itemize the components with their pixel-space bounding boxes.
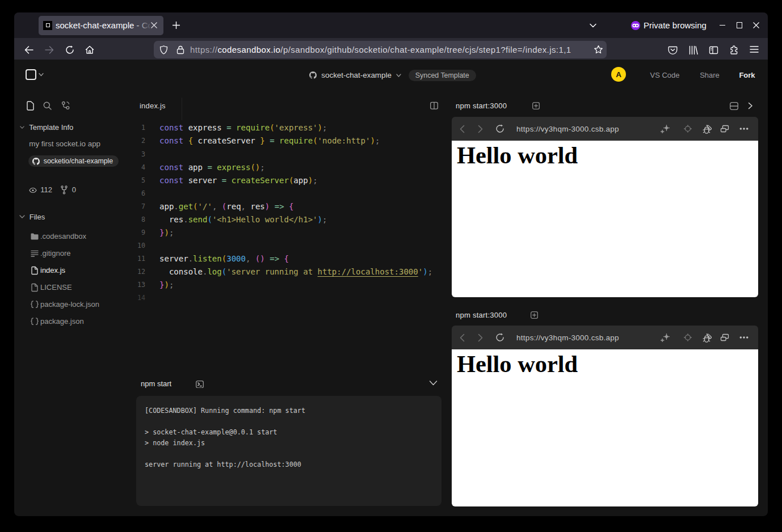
terminal-collapse-chevron-icon[interactable] <box>429 380 438 386</box>
terminal-title[interactable]: npm start <box>141 377 171 391</box>
editor-code[interactable]: const express = require('express'); cons… <box>159 121 432 292</box>
sidebar-files-tab-icon[interactable] <box>27 101 34 111</box>
share-button[interactable]: Share <box>698 60 721 91</box>
terminal-icon <box>196 381 204 389</box>
fork-button[interactable]: Fork <box>739 60 755 91</box>
file-name: .codesandbox <box>40 228 86 245</box>
preview-forward-icon[interactable] <box>478 125 483 133</box>
preview1-browser-bar: https://vy3hqm-3000.csb.app <box>452 117 758 141</box>
preview1-webview[interactable]: Hello world <box>452 141 758 297</box>
preview-back-icon[interactable] <box>460 333 465 342</box>
terminal-output: [CODESANDBOX] Running command: npm start… <box>145 406 305 471</box>
file-item-package-json[interactable]: package.json <box>14 313 135 330</box>
preview-debug-icon[interactable] <box>701 124 712 134</box>
file-name: LICENSE <box>40 279 72 296</box>
avatar[interactable]: A <box>611 67 626 82</box>
synced-template-badge[interactable]: Synced Template <box>409 70 476 81</box>
preview-target-icon[interactable] <box>683 124 692 133</box>
preview1-hello-heading: Hello world <box>457 143 578 167</box>
preview-popout-icon[interactable] <box>720 333 729 342</box>
preview2-webview[interactable]: Hello world <box>452 349 758 506</box>
file-name: package.json <box>40 313 84 330</box>
template-info-header[interactable]: Template Info <box>29 123 73 132</box>
preview-back-icon[interactable] <box>460 125 465 133</box>
editor-tab-divider <box>182 98 182 120</box>
views-count: 112 <box>40 185 52 195</box>
sidebar-devtools-tab-icon[interactable] <box>61 101 70 110</box>
preview2-hello-heading: Hello world <box>457 352 578 376</box>
preview2-title[interactable]: npm start:3000 <box>456 309 507 322</box>
forks-count: 0 <box>72 185 76 195</box>
vscode-button[interactable]: VS Code <box>649 60 681 91</box>
terminal-panel[interactable]: [CODESANDBOX] Running command: npm start… <box>136 396 442 506</box>
sidebar-search-tab-icon[interactable] <box>43 102 52 110</box>
project-chevron-icon[interactable] <box>396 74 401 77</box>
preview1-split-icon[interactable] <box>730 102 738 110</box>
files-chevron-icon[interactable] <box>19 214 25 219</box>
preview1-chevron-right-icon[interactable] <box>747 102 754 109</box>
preview-forward-icon[interactable] <box>478 333 483 342</box>
forks-icon <box>61 185 68 195</box>
editor-tab-index-js[interactable]: index.js <box>140 99 166 113</box>
preview-sparkles-icon[interactable] <box>661 124 670 133</box>
repo-pill[interactable]: socketio/chat-example <box>28 155 119 167</box>
preview2-browser-bar: https://vy3hqm-3000.csb.app <box>452 326 758 349</box>
file-name: .gitignore <box>40 245 70 262</box>
views-eye-icon <box>29 187 37 194</box>
preview-popout-icon[interactable] <box>720 124 729 133</box>
split-editor-icon[interactable] <box>430 102 438 110</box>
preview2-url[interactable]: https://vy3hqm-3000.csb.app <box>516 326 619 349</box>
preview2-add-icon[interactable] <box>531 311 538 319</box>
preview-reload-icon[interactable] <box>495 333 504 342</box>
preview1-title[interactable]: npm start:3000 <box>456 99 507 113</box>
file-name: index.js <box>40 262 65 279</box>
template-info-chevron-icon[interactable] <box>20 125 24 129</box>
repo-name: socketio/chat-example <box>44 157 113 165</box>
preview-debug-icon[interactable] <box>701 332 712 343</box>
preview-target-icon[interactable] <box>683 333 692 342</box>
files-header[interactable]: Files <box>30 213 45 222</box>
codesandbox-app: socket-chat-example Synced Template A VS… <box>14 12 768 516</box>
preview-reload-icon[interactable] <box>495 124 504 133</box>
preview-more-icon[interactable] <box>739 128 749 130</box>
template-name: my first socket.io app <box>29 140 100 148</box>
preview1-url[interactable]: https://vy3hqm-3000.csb.app <box>516 117 619 141</box>
project-name[interactable]: socket-chat-example <box>321 71 392 79</box>
preview-sparkles-icon[interactable] <box>661 333 670 342</box>
preview1-add-icon[interactable] <box>532 102 540 109</box>
github-icon <box>309 71 317 79</box>
firefox-window: socket-chat-example - Co Private browsin… <box>14 12 768 516</box>
github-icon <box>32 158 40 165</box>
file-name: package-lock.json <box>40 296 99 313</box>
editor-line-numbers: 1 2 3 4 5 6 7 8 9 10 11 12 13 14 <box>117 121 145 305</box>
preview-more-icon[interactable] <box>739 336 749 339</box>
